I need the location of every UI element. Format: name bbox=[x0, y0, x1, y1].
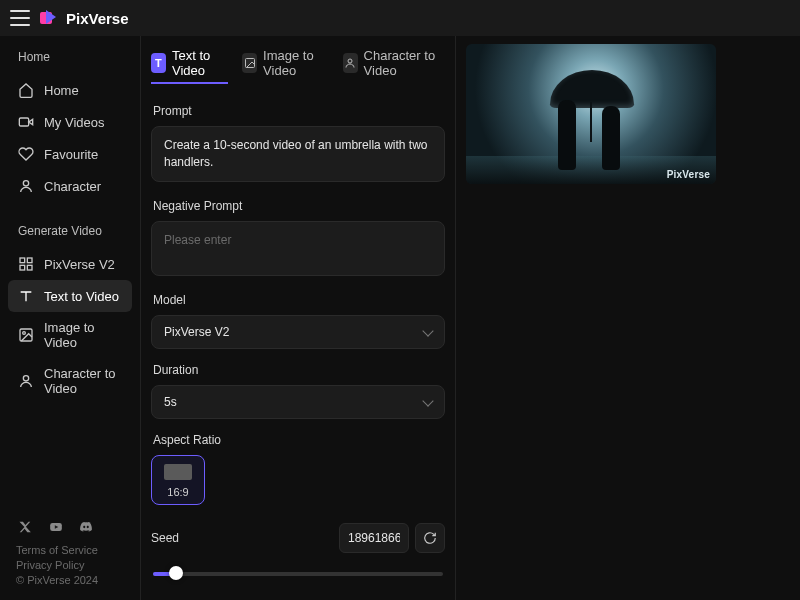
logo[interactable]: PixVerse bbox=[40, 10, 129, 27]
text-icon: T bbox=[151, 53, 166, 73]
svg-point-8 bbox=[23, 376, 28, 381]
sidebar-item-character[interactable]: Character bbox=[8, 170, 132, 202]
sidebar-heading-generate: Generate Video bbox=[8, 218, 132, 244]
label-model: Model bbox=[153, 293, 445, 307]
copyright: © PixVerse 2024 bbox=[16, 574, 124, 586]
slider-thumb[interactable] bbox=[169, 566, 183, 580]
person-icon bbox=[343, 53, 358, 73]
sidebar-item-label: Home bbox=[44, 83, 79, 98]
home-icon bbox=[18, 82, 34, 98]
text-icon bbox=[18, 288, 34, 304]
negative-prompt-input[interactable] bbox=[151, 221, 445, 277]
svg-point-11 bbox=[348, 59, 352, 63]
chevron-down-icon bbox=[422, 325, 433, 336]
svg-point-1 bbox=[23, 181, 28, 186]
svg-rect-3 bbox=[27, 258, 32, 263]
sidebar-heading-home: Home bbox=[8, 44, 132, 70]
aspect-shape-icon bbox=[164, 464, 192, 480]
sidebar-item-label: Character to Video bbox=[44, 366, 122, 396]
grid-icon bbox=[18, 256, 34, 272]
image-icon bbox=[18, 327, 34, 343]
duration-select[interactable]: 5s bbox=[151, 385, 445, 419]
topbar: PixVerse bbox=[0, 0, 800, 36]
tab-label: Text to Video bbox=[172, 48, 228, 78]
svg-rect-4 bbox=[20, 265, 25, 270]
link-privacy[interactable]: Privacy Policy bbox=[16, 559, 124, 571]
prompt-input[interactable] bbox=[151, 126, 445, 182]
svg-rect-5 bbox=[27, 265, 32, 270]
seed-reset-button[interactable] bbox=[415, 523, 445, 553]
aspect-ratio-16-9[interactable]: 16:9 bbox=[151, 455, 205, 505]
sidebar-item-label: Image to Video bbox=[44, 320, 122, 350]
tab-label: Image to Video bbox=[263, 48, 328, 78]
label-seed: Seed bbox=[151, 531, 179, 545]
tab-image-to-video[interactable]: Image to Video bbox=[242, 44, 328, 84]
refresh-icon bbox=[423, 531, 437, 545]
link-terms[interactable]: Terms of Service bbox=[16, 544, 124, 556]
tab-label: Character to Video bbox=[364, 48, 445, 78]
heart-icon bbox=[18, 146, 34, 162]
person-icon bbox=[18, 373, 34, 389]
menu-icon[interactable] bbox=[10, 10, 30, 26]
sidebar-item-character-to-video[interactable]: Character to Video bbox=[8, 358, 132, 404]
sidebar-item-label: My Videos bbox=[44, 115, 104, 130]
label-duration: Duration bbox=[153, 363, 445, 377]
sidebar: Home Home My Videos Favourite Character … bbox=[0, 36, 140, 600]
svg-rect-0 bbox=[19, 118, 28, 126]
model-value: PixVerse V2 bbox=[164, 325, 229, 339]
label-prompt: Prompt bbox=[153, 104, 445, 118]
video-icon bbox=[18, 114, 34, 130]
tab-character-to-video[interactable]: Character to Video bbox=[343, 44, 445, 84]
x-icon[interactable] bbox=[18, 520, 34, 534]
discord-icon[interactable] bbox=[78, 520, 94, 534]
person-icon bbox=[18, 178, 34, 194]
aspect-label: 16:9 bbox=[167, 486, 188, 498]
sidebar-item-pixverse-v2[interactable]: PixVerse V2 bbox=[8, 248, 132, 280]
sidebar-item-label: Character bbox=[44, 179, 101, 194]
sidebar-item-label: Text to Video bbox=[44, 289, 119, 304]
label-negative-prompt: Negative Prompt bbox=[153, 199, 445, 213]
svg-rect-2 bbox=[20, 258, 25, 263]
sidebar-footer: Terms of Service Privacy Policy © PixVer… bbox=[8, 514, 132, 592]
sidebar-item-home[interactable]: Home bbox=[8, 74, 132, 106]
sidebar-item-label: Favourite bbox=[44, 147, 98, 162]
form-panel: T Text to Video Image to Video Character… bbox=[140, 36, 456, 600]
brand-name: PixVerse bbox=[66, 10, 129, 27]
preview-thumbnail[interactable]: PixVerse bbox=[466, 44, 716, 184]
svg-point-7 bbox=[23, 332, 26, 335]
tab-text-to-video[interactable]: T Text to Video bbox=[151, 44, 228, 84]
sidebar-item-text-to-video[interactable]: Text to Video bbox=[8, 280, 132, 312]
sidebar-item-my-videos[interactable]: My Videos bbox=[8, 106, 132, 138]
seed-input[interactable] bbox=[339, 523, 409, 553]
model-select[interactable]: PixVerse V2 bbox=[151, 315, 445, 349]
watermark: PixVerse bbox=[667, 169, 710, 180]
sidebar-item-image-to-video[interactable]: Image to Video bbox=[8, 312, 132, 358]
mode-tabs: T Text to Video Image to Video Character… bbox=[151, 44, 445, 90]
image-icon bbox=[242, 53, 257, 73]
logo-mark-icon bbox=[40, 10, 60, 26]
duration-value: 5s bbox=[164, 395, 177, 409]
preview-panel: PixVerse bbox=[456, 36, 800, 600]
seed-slider[interactable] bbox=[153, 567, 443, 581]
sidebar-item-label: PixVerse V2 bbox=[44, 257, 115, 272]
label-aspect-ratio: Aspect Ratio bbox=[153, 433, 445, 447]
chevron-down-icon bbox=[422, 395, 433, 406]
sidebar-item-favourite[interactable]: Favourite bbox=[8, 138, 132, 170]
youtube-icon[interactable] bbox=[48, 520, 64, 534]
